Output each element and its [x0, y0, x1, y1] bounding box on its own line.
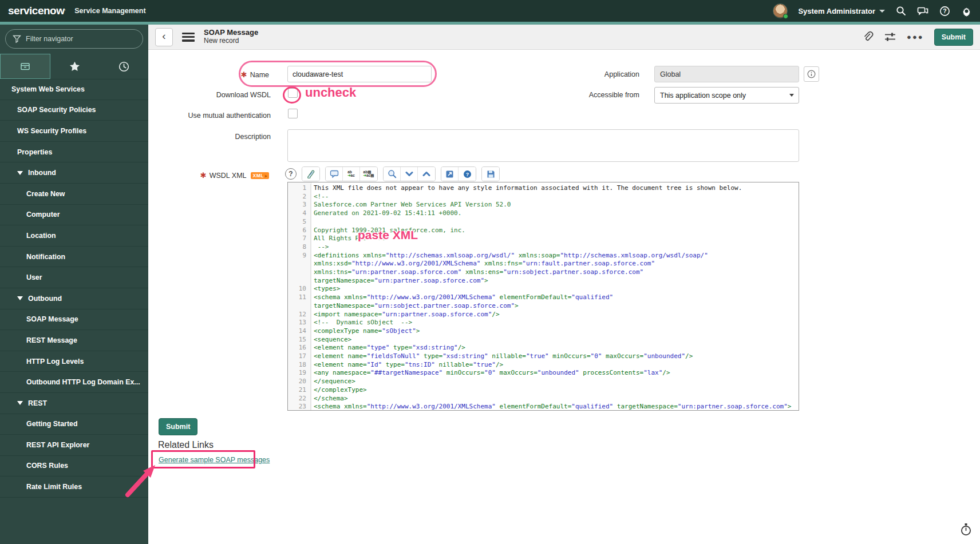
sidebar-item-inbound[interactable]: Inbound	[0, 162, 148, 184]
replace-button[interactable]: ab➜ac	[343, 167, 360, 181]
online-status-dot	[783, 14, 788, 19]
line-number: 14	[288, 327, 311, 336]
sidebar-item-label: Notification	[26, 253, 65, 261]
tab-favorites[interactable]	[50, 54, 100, 79]
paperclip-icon[interactable]	[862, 31, 874, 43]
collapse-triangle-icon[interactable]	[17, 401, 23, 405]
sidebar-item-label: REST Message	[26, 336, 77, 344]
download-wsdl-checkbox[interactable]	[288, 88, 298, 98]
required-icon: ✱	[200, 171, 207, 180]
svg-text:?: ?	[943, 7, 946, 14]
sidebar-item-user[interactable]: User	[0, 267, 148, 288]
description-textarea[interactable]	[287, 129, 799, 162]
find-prev-button[interactable]	[418, 167, 435, 181]
line-number: 8	[288, 243, 311, 252]
sidebar-item-notification[interactable]: Notification	[0, 247, 148, 268]
script-icon	[306, 169, 315, 178]
code-text: <!--	[311, 193, 796, 201]
sidebar-item-label: Outbound HTTP Log Domain Ex...	[26, 378, 140, 386]
line-number: 9	[288, 252, 311, 285]
search-button[interactable]	[384, 167, 401, 181]
syntax-check-button[interactable]	[302, 167, 319, 181]
application-label: Application	[525, 70, 639, 78]
collapse-triangle-icon[interactable]	[17, 171, 23, 175]
sidebar-item-rate-limit-rules[interactable]: Rate Limit Rules	[0, 477, 148, 498]
filter-navigator-input[interactable]	[26, 35, 129, 43]
code-line: 2<!--	[288, 193, 799, 201]
search-icon[interactable]	[895, 5, 907, 17]
editor-help-icon[interactable]: ?	[285, 168, 297, 180]
code-line: 7All Rights Reserved	[288, 235, 799, 243]
replace-all-button[interactable]: ab▤➜ac▤	[360, 167, 377, 181]
gear-icon[interactable]	[961, 5, 972, 17]
name-input[interactable]	[287, 66, 432, 82]
clock-icon	[118, 61, 130, 73]
response-time-icon[interactable]	[960, 523, 972, 538]
submit-button-bottom[interactable]: Submit	[159, 418, 197, 435]
tab-history[interactable]	[99, 54, 148, 79]
help-icon[interactable]: ?	[939, 5, 950, 17]
sliders-icon[interactable]	[884, 31, 896, 43]
collapse-triangle-icon[interactable]	[17, 296, 23, 300]
mutual-auth-checkbox[interactable]	[288, 109, 298, 118]
sidebar-item-http-log-levels[interactable]: HTTP Log Levels	[0, 351, 148, 372]
sidebar-item-rest[interactable]: REST	[0, 393, 148, 414]
code-line: 22</schema>	[288, 395, 799, 403]
sidebar-item-label: Properties	[17, 148, 52, 156]
tab-all-applications[interactable]	[0, 54, 50, 79]
form-context-menu-icon[interactable]	[182, 33, 195, 42]
chat-icon[interactable]	[917, 5, 928, 17]
find-next-button[interactable]	[401, 167, 418, 181]
sidebar-item-rest-message[interactable]: REST Message	[0, 330, 148, 351]
user-menu[interactable]: System Administrator	[798, 7, 885, 15]
sidebar-item-ws-security-profiles[interactable]: WS Security Profiles	[0, 121, 148, 142]
record-title: SOAP Message	[204, 29, 258, 37]
sidebar-item-label: HTTP Log Levels	[26, 358, 84, 366]
application-info-button[interactable]	[804, 66, 819, 82]
save-button[interactable]	[482, 167, 499, 181]
editor-help-button[interactable]: ?	[459, 167, 476, 181]
sidebar-item-soap-security-policies[interactable]: SOAP Security Policies	[0, 100, 148, 121]
line-number: 12	[288, 311, 311, 319]
code-text: <definitions xmlns="http://schemas.xmlso…	[311, 252, 796, 285]
sidebar-item-location[interactable]: Location	[0, 225, 148, 247]
sidebar-item-label: SOAP Security Policies	[17, 106, 96, 114]
wsdl-xml-label: ✱WSDL XMLXML▸	[155, 171, 269, 180]
sidebar-item-outbound[interactable]: Outbound	[0, 288, 148, 309]
user-name-label: System Administrator	[798, 7, 875, 15]
sidebar-item-rest-api-explorer[interactable]: REST API Explorer	[0, 435, 148, 456]
sidebar-item-cors-rules[interactable]: CORS Rules	[0, 456, 148, 477]
code-line: 12<import namespace="urn:partner.soap.sf…	[288, 311, 799, 319]
sidebar-item-computer[interactable]: Computer	[0, 205, 148, 226]
wsdl-xml-editor[interactable]: 1This XML file does not appear to have a…	[287, 182, 799, 411]
servicenow-logo[interactable]: servicenow.	[8, 5, 65, 17]
sidebar-item-properties[interactable]: Properties	[0, 142, 148, 163]
line-number: 15	[288, 336, 311, 344]
code-text: This XML file does not appear to have an…	[311, 184, 796, 193]
more-options-icon[interactable]: ●●●	[907, 33, 924, 41]
sidebar-tabs	[0, 54, 148, 79]
code-text: <!-- Dynamic sObject -->	[311, 319, 796, 327]
back-button[interactable]: ‹	[155, 28, 173, 46]
sidebar-item-system-web-services[interactable]: System Web Services	[0, 79, 148, 100]
accessible-from-select[interactable]: This application scope only	[654, 87, 799, 104]
sidebar-item-label: REST API Explorer	[26, 441, 89, 449]
code-text: <import namespace="urn:partner.soap.sfor…	[311, 311, 796, 319]
form-toolbar: ‹ SOAP Message New record ●●● Submit	[148, 25, 980, 50]
code-text: <any namespace="##targetNamespace" minOc…	[311, 369, 796, 378]
filter-navigator[interactable]	[5, 29, 143, 49]
sidebar-item-soap-message[interactable]: SOAP Message	[0, 309, 148, 331]
sidebar-item-create-new[interactable]: Create New	[0, 184, 148, 205]
sidebar-item-outbound-http-log-domain-ex[interactable]: Outbound HTTP Log Domain Ex...	[0, 372, 148, 393]
avatar[interactable]	[773, 3, 788, 18]
submit-button-top[interactable]: Submit	[934, 29, 973, 46]
code-text: <sequence>	[311, 336, 796, 344]
comment-button[interactable]	[326, 167, 343, 181]
generate-sample-soap-link[interactable]: Generate sample SOAP messages	[159, 456, 270, 464]
code-line: 19<any namespace="##targetNamespace" min…	[288, 369, 799, 378]
header-accent-strip	[0, 22, 980, 25]
name-label: ✱Name	[155, 70, 269, 79]
sidebar-item-label: Computer	[26, 211, 60, 219]
open-in-new-window-button[interactable]	[441, 167, 459, 181]
sidebar-item-getting-started[interactable]: Getting Started	[0, 414, 148, 435]
